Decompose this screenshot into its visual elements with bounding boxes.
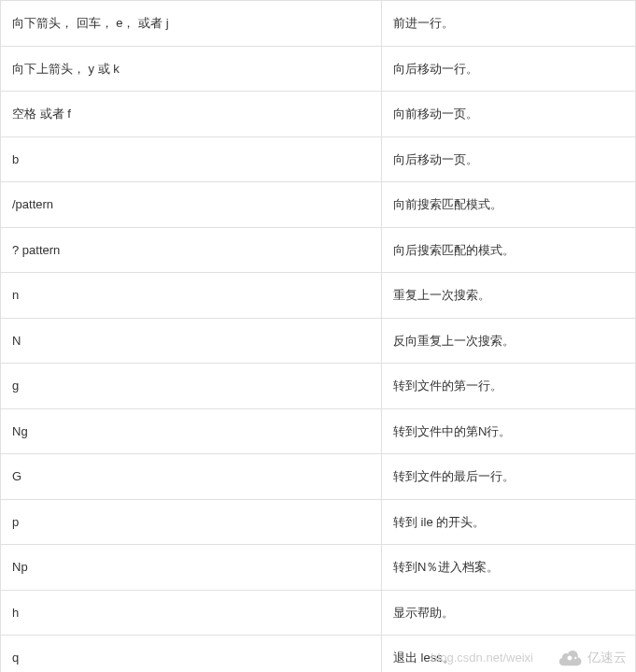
table-row: n重复上一次搜索。: [1, 273, 636, 319]
key-cell: G: [1, 454, 382, 500]
table-row: Ng转到文件中的第N行。: [1, 408, 636, 454]
table-row: /pattern向前搜索匹配模式。: [1, 182, 636, 228]
key-cell: Np: [1, 545, 382, 591]
table-row: 向下箭头， 回车， e， 或者 j前进一行。: [1, 1, 636, 47]
desc-cell: 转到N％进入档案。: [382, 545, 636, 591]
table-row: Np转到N％进入档案。: [1, 545, 636, 591]
table-row: b向后移动一页。: [1, 136, 636, 182]
key-cell: Ng: [1, 408, 382, 454]
desc-cell: 转到 ile 的开头。: [382, 499, 636, 545]
desc-cell: 向前移动一页。: [382, 92, 636, 137]
key-cell: h: [1, 590, 382, 636]
key-cell: ? pattern: [1, 227, 382, 273]
key-cell: b: [1, 136, 382, 182]
key-cell: /pattern: [1, 182, 382, 228]
desc-cell: 向后搜索匹配的模式。: [382, 227, 636, 273]
shortcuts-table: 向下箭头， 回车， e， 或者 j前进一行。向下上箭头， y 或 k向后移动一行…: [0, 0, 636, 672]
table-row: h显示帮助。: [1, 590, 636, 636]
desc-cell: 退出 less。: [382, 636, 636, 673]
desc-cell: 转到文件的第一行。: [382, 364, 636, 409]
key-cell: 向下上箭头， y 或 k: [1, 46, 382, 92]
key-cell: N: [1, 318, 382, 364]
desc-cell: 转到文件的最后一行。: [382, 454, 636, 500]
key-cell: 空格 或者 f: [1, 92, 382, 137]
table-row: 向下上箭头， y 或 k向后移动一行。: [1, 46, 636, 92]
desc-cell: 向后移动一页。: [382, 136, 636, 182]
desc-cell: 重复上一次搜索。: [382, 273, 636, 319]
key-cell: q: [1, 636, 382, 673]
desc-cell: 转到文件中的第N行。: [382, 408, 636, 454]
desc-cell: 向前搜索匹配模式。: [382, 182, 636, 228]
table-body: 向下箭头， 回车， e， 或者 j前进一行。向下上箭头， y 或 k向后移动一行…: [1, 1, 636, 673]
table-row: G转到文件的最后一行。: [1, 454, 636, 500]
key-cell: n: [1, 273, 382, 319]
key-cell: 向下箭头， 回车， e， 或者 j: [1, 1, 382, 47]
table-row: q退出 less。: [1, 636, 636, 673]
table-row: g转到文件的第一行。: [1, 364, 636, 409]
desc-cell: 反向重复上一次搜索。: [382, 318, 636, 364]
key-cell: p: [1, 499, 382, 545]
table-row: ? pattern向后搜索匹配的模式。: [1, 227, 636, 273]
desc-cell: 前进一行。: [382, 1, 636, 47]
table-row: p转到 ile 的开头。: [1, 499, 636, 545]
desc-cell: 向后移动一行。: [382, 46, 636, 92]
desc-cell: 显示帮助。: [382, 590, 636, 636]
key-cell: g: [1, 364, 382, 409]
table-row: 空格 或者 f向前移动一页。: [1, 92, 636, 137]
table-row: N反向重复上一次搜索。: [1, 318, 636, 364]
